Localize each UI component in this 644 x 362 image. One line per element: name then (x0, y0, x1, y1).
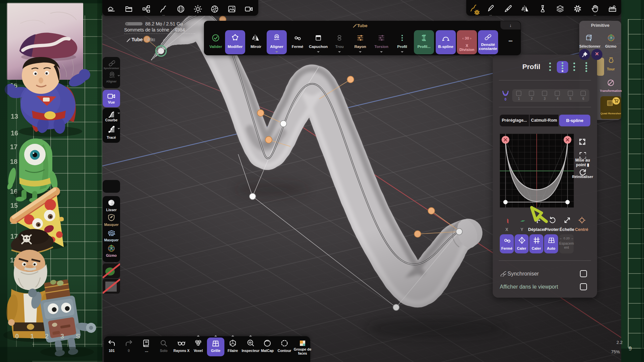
svg-text:16: 16 (11, 129, 18, 137)
svg-text:S: S (76, 333, 80, 340)
svg-text:2: 2 (45, 333, 49, 340)
svg-text:17: 17 (10, 143, 17, 150)
svg-text:13: 13 (11, 113, 18, 120)
svg-text:15: 15 (10, 202, 18, 209)
svg-text:0: 0 (15, 333, 19, 340)
svg-text:18: 18 (10, 158, 17, 165)
svg-text:1: 1 (30, 333, 34, 340)
svg-text:3: 3 (60, 333, 64, 340)
